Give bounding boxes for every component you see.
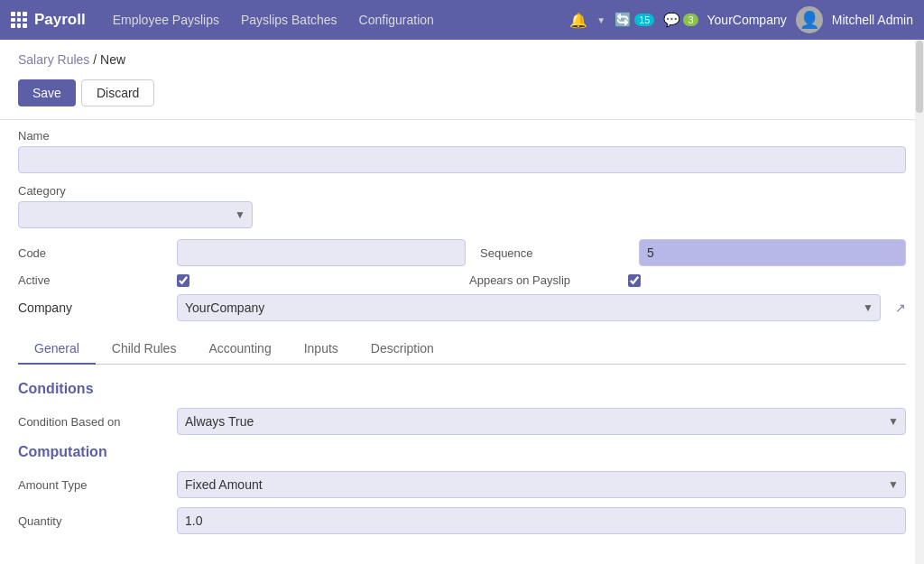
code-input[interactable] bbox=[177, 239, 466, 266]
breadcrumb-current: New bbox=[100, 52, 125, 67]
category-label: Category bbox=[18, 184, 906, 198]
brand[interactable]: Payroll bbox=[11, 11, 86, 29]
activity-badge[interactable]: 🔄 15 bbox=[614, 12, 654, 28]
name-label: Name bbox=[18, 129, 906, 143]
grid-icon bbox=[11, 12, 27, 28]
navbar-nav: Employee Payslips Payslips Batches Confi… bbox=[104, 9, 552, 31]
quantity-row: Quantity bbox=[18, 507, 906, 534]
tab-child-rules[interactable]: Child Rules bbox=[96, 334, 193, 365]
condition-based-label: Condition Based on bbox=[18, 415, 162, 429]
code-sequence-row: Code Sequence bbox=[18, 239, 906, 266]
discard-button[interactable]: Discard bbox=[81, 79, 154, 106]
active-appears-row: Active Appears on Payslip bbox=[18, 273, 906, 287]
amount-type-label: Amount Type bbox=[18, 478, 162, 492]
page: Salary Rules / New Save Discard Name Cat… bbox=[0, 40, 924, 564]
amount-type-select[interactable]: Fixed Amount Percentage (%) Python Code bbox=[177, 471, 906, 498]
sequence-input[interactable] bbox=[639, 239, 906, 266]
navbar: Payroll Employee Payslips Payslips Batch… bbox=[0, 0, 924, 40]
appears-checkbox[interactable] bbox=[628, 274, 641, 287]
computation-title: Computation bbox=[18, 444, 906, 460]
appears-checkbox-wrapper bbox=[628, 274, 906, 287]
code-label: Code bbox=[18, 246, 162, 260]
messages-count: 3 bbox=[683, 14, 698, 26]
quantity-label: Quantity bbox=[18, 514, 162, 528]
conditions-section: Conditions Condition Based on Always Tru… bbox=[18, 381, 906, 435]
company-external-link-icon[interactable]: ↗ bbox=[895, 300, 906, 315]
form-area: Name Category ▼ Code Sequence bbox=[0, 119, 924, 564]
company-row: Company YourCompany ▼ ↗ bbox=[18, 294, 906, 321]
company-label: Company bbox=[18, 300, 162, 315]
category-group: Category ▼ bbox=[18, 184, 906, 228]
activity-count: 15 bbox=[634, 14, 654, 26]
notification-bell-icon[interactable]: 🔔 bbox=[569, 12, 587, 29]
company-select[interactable]: YourCompany bbox=[177, 294, 881, 321]
tabs: General Child Rules Accounting Inputs De… bbox=[18, 334, 906, 365]
user-name: Mitchell Admin bbox=[832, 13, 913, 27]
condition-based-select[interactable]: Always True Range Python Expression bbox=[177, 408, 906, 435]
action-bar: Save Discard bbox=[0, 74, 924, 119]
company-name: YourCompany bbox=[707, 13, 787, 27]
quantity-input[interactable] bbox=[177, 507, 906, 534]
messages-badge[interactable]: 💬 3 bbox=[663, 12, 698, 28]
sequence-label: Sequence bbox=[480, 246, 624, 260]
amount-type-select-wrapper: Fixed Amount Percentage (%) Python Code … bbox=[177, 471, 906, 498]
active-checkbox-wrapper bbox=[177, 274, 455, 287]
nav-payslips-batches[interactable]: Payslips Batches bbox=[232, 9, 346, 31]
tab-content-general: Conditions Condition Based on Always Tru… bbox=[18, 365, 906, 559]
tab-inputs[interactable]: Inputs bbox=[288, 334, 355, 365]
breadcrumb: Salary Rules / New bbox=[0, 40, 924, 74]
nav-configuration[interactable]: Configuration bbox=[350, 9, 443, 31]
tab-general[interactable]: General bbox=[18, 334, 96, 365]
category-select[interactable] bbox=[18, 201, 253, 228]
category-select-wrapper: ▼ bbox=[18, 201, 253, 228]
condition-based-row: Condition Based on Always True Range Pyt… bbox=[18, 408, 906, 435]
breadcrumb-separator: / bbox=[89, 52, 100, 67]
tab-accounting[interactable]: Accounting bbox=[192, 334, 287, 365]
active-label: Active bbox=[18, 273, 162, 287]
appears-label: Appears on Payslip bbox=[469, 273, 614, 287]
scrollbar-thumb[interactable] bbox=[916, 41, 923, 113]
active-checkbox[interactable] bbox=[177, 274, 189, 287]
brand-name: Payroll bbox=[34, 11, 86, 29]
notification-dropdown-icon[interactable]: ▼ bbox=[596, 15, 605, 25]
name-group: Name bbox=[18, 129, 906, 173]
breadcrumb-parent[interactable]: Salary Rules bbox=[18, 52, 89, 67]
computation-section: Computation Amount Type Fixed Amount Per… bbox=[18, 444, 906, 534]
company-select-wrapper: YourCompany ▼ bbox=[177, 294, 881, 321]
name-input[interactable] bbox=[18, 146, 906, 173]
save-button[interactable]: Save bbox=[18, 79, 76, 106]
nav-employee-payslips[interactable]: Employee Payslips bbox=[104, 9, 228, 31]
amount-type-row: Amount Type Fixed Amount Percentage (%) … bbox=[18, 471, 906, 498]
avatar[interactable]: 👤 bbox=[796, 6, 823, 33]
condition-based-select-wrapper: Always True Range Python Expression ▼ bbox=[177, 408, 906, 435]
navbar-right: 🔔 ▼ 🔄 15 💬 3 YourCompany 👤 Mitchell Admi… bbox=[569, 6, 913, 33]
conditions-title: Conditions bbox=[18, 381, 906, 397]
tab-description[interactable]: Description bbox=[355, 334, 450, 365]
scrollbar-track[interactable] bbox=[915, 40, 924, 564]
